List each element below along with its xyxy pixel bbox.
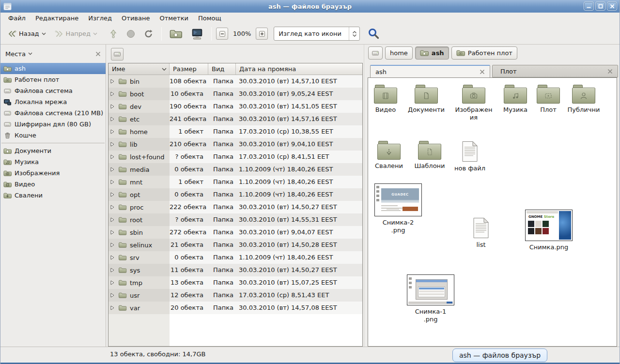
table-row[interactable]: home1 обектПапка17.03.2010 (ср) 10,38,55… (108, 125, 362, 138)
forward-button[interactable]: Напред (51, 26, 101, 42)
sidebar-item-network[interactable]: Локална мрежа (0, 96, 106, 107)
table-row[interactable]: sbin272 обектаПапка30.03.2010 (вт) 9,04,… (108, 226, 362, 239)
expander-icon[interactable] (110, 180, 115, 184)
computer-button[interactable] (187, 26, 207, 42)
expander-icon[interactable] (110, 142, 115, 147)
sidebar-item-trash[interactable]: Кошче (0, 130, 106, 141)
sidebar-item-music[interactable]: Музика (0, 156, 106, 167)
sidebar-item-filesystem-210mb[interactable]: Файлова система (210 MB) (0, 107, 106, 119)
table-row[interactable]: usr12 обектаПапка17.03.2010 (ср) 8,51,43… (108, 289, 362, 302)
table-row[interactable]: lost+found? обектаПапка17.03.2010 (ср) 8… (108, 151, 362, 163)
tab-close-icon[interactable] (607, 69, 613, 74)
zoom-out-button[interactable] (216, 28, 228, 40)
maximize-button[interactable] (595, 1, 605, 11)
up-button[interactable] (106, 26, 121, 42)
column-header-date[interactable]: Дата на промяна (236, 63, 362, 75)
stop-button[interactable] (123, 26, 139, 42)
icon-item-documents[interactable]: Документи (406, 85, 447, 114)
icon-item-new-file[interactable]: нов файл (453, 141, 487, 172)
table-row[interactable]: opt0 обектаПапка1.10.2009 (чт) 18,40,26 … (108, 188, 362, 201)
search-button[interactable] (367, 27, 381, 41)
sidebar-item-desktop[interactable]: Работен плот (0, 74, 106, 85)
path-root-button[interactable] (368, 46, 383, 60)
tab-ash[interactable]: ash (370, 65, 490, 77)
expander-icon[interactable] (110, 217, 115, 222)
root-location-button[interactable] (111, 48, 124, 61)
table-row[interactable]: selinux21 обектаПапка30.03.2010 (вт) 14,… (108, 239, 362, 251)
expander-icon[interactable] (110, 117, 115, 121)
expander-icon[interactable] (110, 79, 115, 84)
table-row[interactable]: etc241 обектаПапка30.03.2010 (вт) 14,57,… (108, 113, 362, 125)
minimize-button[interactable] (584, 1, 594, 11)
icon-item-templates[interactable]: Шаблони (409, 141, 450, 170)
table-row[interactable]: boot10 обектаПапка30.03.2010 (вт) 9,05,2… (108, 88, 362, 100)
expander-icon[interactable] (110, 91, 115, 96)
back-button[interactable]: Назад (4, 26, 49, 42)
home-button[interactable] (166, 26, 186, 42)
menu-bookmarks[interactable]: Отметки (155, 14, 193, 23)
expander-icon[interactable] (110, 255, 115, 260)
sidebar-item-pictures[interactable]: Изображения (0, 167, 106, 179)
reload-button[interactable] (140, 26, 157, 42)
icon-item-public[interactable]: Публични (563, 85, 604, 114)
path-ash-button[interactable]: ash (415, 46, 449, 60)
icon-item-video[interactable]: Видео (365, 85, 406, 114)
drive-icon (3, 109, 12, 117)
table-row[interactable]: var20 обектаПапка30.03.2010 (вт) 14,57,0… (108, 302, 362, 314)
menu-help[interactable]: Помощ (193, 14, 226, 23)
path-home-button[interactable]: home (385, 46, 413, 60)
icon-item-list[interactable]: list (464, 217, 498, 249)
icon-item-snimka2[interactable]: GUADEC Снимка-2.png (374, 183, 422, 234)
column-header-name[interactable]: Име (108, 63, 170, 75)
sidebar-dropdown-icon[interactable] (28, 52, 32, 55)
menu-file[interactable]: Файл (3, 14, 31, 23)
view-mode-select[interactable]: Изглед като икони (274, 27, 360, 41)
expander-icon[interactable] (110, 230, 115, 235)
sidebar-title[interactable]: Места (5, 50, 26, 58)
zoom-in-button[interactable] (256, 28, 268, 40)
expander-icon[interactable] (110, 129, 115, 134)
menu-view[interactable]: Изглед (83, 14, 117, 23)
icon-item-snimka[interactable]: GNOME Store Снимка.png (525, 210, 573, 251)
table-row[interactable]: dev190 обектаПапка30.03.2010 (вт) 14,51,… (108, 100, 362, 113)
sidebar-item-home[interactable]: ash (0, 63, 106, 74)
column-header-type[interactable]: Вид (208, 63, 236, 75)
sidebar-item-videos[interactable]: Видео (0, 179, 106, 190)
folder-icon (118, 216, 127, 223)
table-row[interactable]: mnt1 обектПапка1.10.2009 (чт) 18,40,26 E… (108, 176, 362, 188)
table-row[interactable]: bin108 обектаПапка30.03.2010 (вт) 14,57,… (108, 75, 362, 88)
icon-item-snimka1[interactable]: Снимка-1.png (407, 274, 454, 323)
sidebar-close-icon[interactable] (95, 51, 101, 57)
icon-item-pictures[interactable]: Изображения (453, 85, 494, 121)
table-row[interactable]: media0 обектаПапка1.10.2009 (чт) 18,40,2… (108, 163, 362, 176)
menu-edit[interactable]: Редактиране (31, 14, 83, 23)
table-row[interactable]: proc222 обектаПапка30.03.2010 (вт) 14,50… (108, 201, 362, 213)
expander-icon[interactable] (110, 192, 115, 197)
expander-icon[interactable] (110, 243, 115, 247)
tab-close-icon[interactable] (480, 69, 485, 75)
sidebar-item-encrypted[interactable]: Шифриран дял (80 GB) (0, 119, 106, 130)
sidebar-item-documents[interactable]: Документи (0, 145, 106, 156)
expander-icon[interactable] (110, 167, 115, 172)
table-row[interactable]: tmp13 обектаПапка30.03.2010 (вт) 15,07,2… (108, 276, 362, 289)
close-button[interactable] (607, 1, 617, 11)
column-header-size[interactable]: Размер (170, 63, 208, 75)
expander-icon[interactable] (110, 104, 115, 109)
expander-icon[interactable] (110, 280, 115, 285)
table-row[interactable]: lib210 обектаПапка30.03.2010 (вт) 9,04,1… (108, 138, 362, 151)
table-row[interactable]: sys11 обектаПапка30.03.2010 (вт) 14,50,2… (108, 264, 362, 276)
tab-plot[interactable]: Плот (492, 65, 618, 77)
table-row[interactable]: srv0 обектаПапка1.10.2009 (чт) 18,40,26 … (108, 251, 362, 264)
expander-icon[interactable] (110, 305, 115, 310)
menu-go[interactable]: Отиване (117, 14, 155, 23)
icon-item-desktop[interactable]: Плот (528, 85, 569, 114)
expander-icon[interactable] (110, 205, 115, 210)
expander-icon[interactable] (110, 293, 115, 298)
expander-icon[interactable] (110, 154, 115, 159)
sidebar-item-downloads[interactable]: Свалени (0, 190, 106, 201)
table-row[interactable]: root? обектаПапка30.03.2010 (вт) 14,55,3… (108, 213, 362, 226)
path-desktop-button[interactable]: Работен плот (451, 46, 517, 60)
expander-icon[interactable] (110, 268, 115, 273)
icon-item-downloads[interactable]: Свалени (369, 141, 409, 170)
sidebar-item-filesystem[interactable]: Файлова система (0, 85, 106, 96)
